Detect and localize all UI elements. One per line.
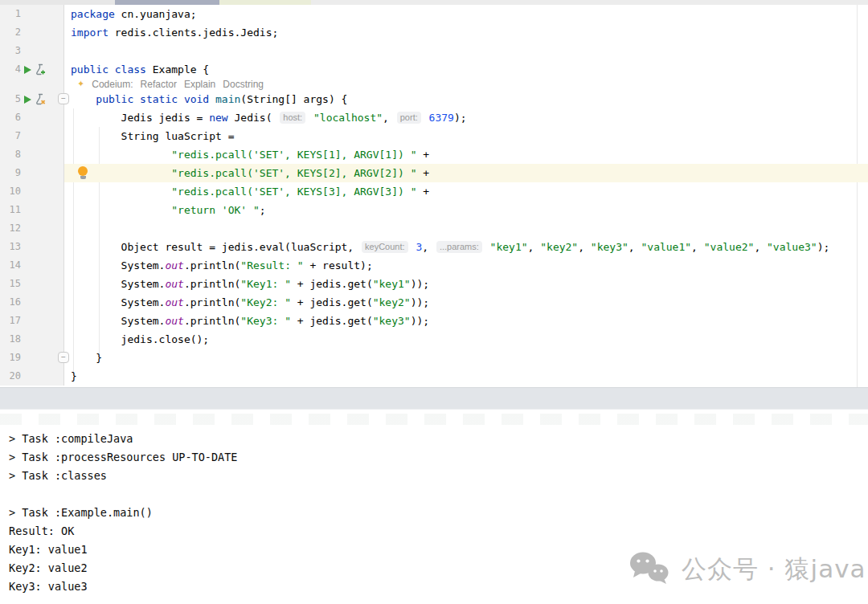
gutter[interactable]: 1	[0, 5, 64, 23]
code-text[interactable]: jedis.close();	[64, 330, 868, 349]
gutter[interactable]: 3	[0, 42, 64, 60]
code-line-1[interactable]: 1package cn.yuanjava;	[0, 5, 868, 23]
remove-test-icon[interactable]	[35, 93, 47, 105]
codeium-action-refactor[interactable]: Refactor	[141, 79, 177, 90]
token-field: out	[165, 259, 183, 271]
intention-bulb-icon[interactable]	[78, 166, 88, 180]
gutter[interactable]: 2	[0, 23, 64, 42]
code-line-19[interactable]: 19− }	[0, 349, 868, 367]
token-pl	[71, 204, 171, 216]
code-line-6[interactable]: 6 Jedis jedis = new Jedis( host: "localh…	[0, 108, 868, 127]
gutter[interactable]: 4	[0, 60, 64, 79]
run-icon[interactable]	[24, 96, 31, 104]
code-line-12[interactable]: 12	[0, 219, 868, 238]
line-number: 3	[0, 42, 21, 60]
code-text[interactable]: "redis.pcall('SET', KEYS[3], ARGV[3]) " …	[64, 182, 868, 201]
token-pl: ));	[411, 278, 429, 290]
gutter[interactable]: 8	[0, 145, 64, 164]
code-line-14[interactable]: 14 System.out.println("Result: " + resul…	[0, 256, 868, 275]
console-line: > Task :Example.main()	[9, 504, 237, 522]
token-str: "return 'OK' "	[171, 204, 260, 216]
gutter[interactable]: 12	[0, 219, 64, 238]
codeium-action-docstring[interactable]: Docstring	[223, 79, 264, 90]
code-line-10[interactable]: 10 "redis.pcall('SET', KEYS[3], ARGV[3])…	[0, 182, 868, 201]
code-text[interactable]: "return 'OK' ";	[64, 201, 868, 219]
code-text[interactable]: "redis.pcall('SET', KEYS[1], ARGV[1]) " …	[64, 145, 868, 164]
token-pl: + jedis.get(	[291, 296, 373, 308]
gutter[interactable]: 13	[0, 238, 64, 256]
code-line-15[interactable]: 15 System.out.println("Key1: " + jedis.g…	[0, 275, 868, 293]
line-number: 18	[0, 330, 21, 349]
code-text[interactable]: System.out.println("Key3: " + jedis.get(…	[64, 312, 868, 330]
gutter[interactable]: 20	[0, 367, 64, 386]
gutter[interactable]: 17	[0, 312, 64, 330]
token-str: "key2"	[540, 241, 578, 253]
line-number: 9	[0, 164, 21, 182]
codeium-hint: ✦Codeium:RefactorExplainDocstring	[64, 79, 868, 90]
code-line-11[interactable]: 11 "return 'OK' ";	[0, 201, 868, 219]
code-line-4[interactable]: 4public class Example {	[0, 60, 868, 79]
token-kw: public static void	[96, 93, 209, 105]
code-text[interactable]	[64, 219, 868, 238]
token-kw: new	[209, 112, 227, 124]
console-line: Key2: value2	[9, 559, 237, 577]
gutter[interactable]: 11	[0, 201, 64, 219]
code-line-20[interactable]: 20}	[0, 367, 868, 386]
watermark-text: 公众号 · 猿java	[682, 553, 866, 586]
token-pl: ,	[422, 241, 435, 253]
token-pl	[71, 186, 171, 198]
code-text[interactable]: }	[64, 367, 868, 386]
code-text[interactable]: "redis.pcall('SET', KEYS[2], ARGV[2]) " …	[64, 164, 868, 182]
token-pl: ,	[628, 241, 641, 253]
line-number: 12	[0, 219, 21, 238]
fold-marker-icon[interactable]: −	[58, 352, 69, 363]
code-text[interactable]: package cn.yuanjava;	[64, 5, 868, 23]
gutter[interactable]: 7	[0, 127, 64, 145]
token-pl: +	[416, 186, 429, 198]
token-num: 6379	[429, 112, 454, 124]
editor-console-divider[interactable]	[0, 387, 868, 410]
gutter[interactable]: 15	[0, 275, 64, 293]
code-line-16[interactable]: 16 System.out.println("Key2: " + jedis.g…	[0, 293, 868, 312]
gutter[interactable]: 5	[0, 90, 64, 108]
code-editor[interactable]: 1package cn.yuanjava;2import redis.clien…	[0, 5, 868, 387]
console-line: > Task :compileJava	[9, 430, 237, 448]
add-test-icon[interactable]	[35, 63, 47, 76]
code-line-7[interactable]: 7 String luaScript =	[0, 127, 868, 145]
line-number: 11	[0, 201, 21, 219]
token-pl	[423, 112, 429, 124]
code-text[interactable]: Object result = jedis.eval(luaScript, ke…	[64, 238, 868, 256]
code-line-8[interactable]: 8 "redis.pcall('SET', KEYS[1], ARGV[1]) …	[0, 145, 868, 164]
codeium-action-explain[interactable]: Explain	[184, 79, 215, 90]
code-text[interactable]: public class Example {	[64, 60, 868, 79]
gutter[interactable]: 18	[0, 330, 64, 349]
code-line-17[interactable]: 17 System.out.println("Key3: " + jedis.g…	[0, 312, 868, 330]
code-text[interactable]	[64, 42, 868, 60]
code-text[interactable]: System.out.println("Key1: " + jedis.get(…	[64, 275, 868, 293]
gutter[interactable]: 16	[0, 293, 64, 312]
code-text[interactable]: String luaScript =	[64, 127, 868, 145]
code-text[interactable]: System.out.println("Key2: " + jedis.get(…	[64, 293, 868, 312]
code-line-5[interactable]: 5− public static void main(String[] args…	[0, 90, 868, 108]
code-text[interactable]: }	[64, 349, 868, 367]
gutter[interactable]: 6	[0, 108, 64, 127]
code-text[interactable]: public static void main(String[] args) {	[64, 90, 868, 108]
run-icon[interactable]	[24, 66, 31, 74]
gutter[interactable]: 9	[0, 164, 64, 182]
code-text[interactable]: System.out.println("Result: " + result);	[64, 256, 868, 275]
code-text[interactable]: Jedis jedis = new Jedis( host: "localhos…	[64, 108, 868, 127]
token-pl: );	[817, 241, 830, 253]
gutter[interactable]: 14	[0, 256, 64, 275]
console-line: > Task :processResources UP-TO-DATE	[9, 448, 237, 467]
code-text[interactable]: import redis.clients.jedis.Jedis;	[64, 23, 868, 42]
gutter[interactable]: 19	[0, 349, 64, 367]
code-line-18[interactable]: 18 jedis.close();	[0, 330, 868, 349]
code-line-9[interactable]: 9 "redis.pcall('SET', KEYS[2], ARGV[2]) …	[0, 164, 868, 182]
token-str: "key2"	[373, 296, 411, 308]
code-line-13[interactable]: 13 Object result = jedis.eval(luaScript,…	[0, 238, 868, 256]
token-field: out	[165, 296, 183, 308]
code-line-3[interactable]: 3	[0, 42, 868, 60]
fold-marker-icon[interactable]: −	[58, 93, 69, 104]
code-line-2[interactable]: 2import redis.clients.jedis.Jedis;	[0, 23, 868, 42]
gutter[interactable]: 10	[0, 182, 64, 201]
